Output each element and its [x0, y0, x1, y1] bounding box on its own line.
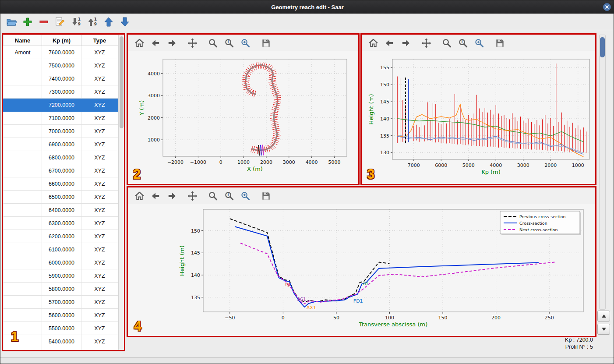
cell[interactable]: XYZ	[81, 151, 118, 164]
cell[interactable]: 5300.0000	[42, 348, 81, 352]
cell[interactable]: XYZ	[81, 296, 118, 309]
table-row[interactable]: 6600.0000XYZ	[4, 177, 118, 191]
table-row[interactable]: 5800.0000XYZ	[4, 283, 118, 296]
table-row[interactable]: 7400.0000XYZ	[4, 72, 118, 85]
cell[interactable]	[4, 322, 42, 335]
cell[interactable]: 7200.0000	[42, 99, 81, 112]
cell[interactable]	[4, 309, 42, 322]
pan-button[interactable]	[420, 37, 432, 49]
delete-profile-button[interactable]	[37, 15, 50, 28]
cell[interactable]	[4, 125, 42, 138]
previous-profile-button[interactable]	[597, 311, 610, 322]
cell[interactable]: 6700.0000	[42, 164, 81, 177]
cell[interactable]: XYZ	[81, 230, 118, 243]
cell[interactable]: XYZ	[81, 243, 118, 256]
cell[interactable]	[4, 335, 42, 348]
cell[interactable]	[4, 243, 42, 256]
add-profile-button[interactable]	[21, 15, 34, 28]
cell[interactable]: 6500.0000	[42, 191, 81, 204]
zoom-plus-button[interactable]	[239, 190, 251, 202]
zoom-button[interactable]	[207, 37, 219, 49]
cell[interactable]: XYZ	[81, 177, 118, 191]
cell[interactable]	[4, 151, 42, 164]
longitudinal-profile-canvas[interactable]: 7000600050004000300020001000130135140145…	[362, 51, 595, 185]
table-row[interactable]: Amont7600.0000XYZ	[4, 46, 118, 59]
cell[interactable]: 5600.0000	[42, 309, 81, 322]
move-up-button[interactable]	[102, 15, 115, 28]
cell[interactable]: XYZ	[81, 125, 118, 138]
cell[interactable]: 5800.0000	[42, 283, 81, 296]
back-button[interactable]	[383, 37, 395, 49]
table-row[interactable]: 7100.0000XYZ	[4, 112, 118, 125]
table-scrollbar[interactable]	[118, 35, 124, 350]
zoom-button[interactable]	[207, 190, 219, 202]
table-row[interactable]: 5500.0000XYZ	[4, 322, 118, 335]
table-row[interactable]: 6400.0000XYZ	[4, 204, 118, 217]
table-row[interactable]: 5400.0000XYZ	[4, 335, 118, 348]
cell[interactable]: XYZ	[81, 138, 118, 151]
table-row[interactable]: 6000.0000XYZ	[4, 256, 118, 269]
cell[interactable]	[4, 138, 42, 151]
cell[interactable]: 7100.0000	[42, 112, 81, 125]
table-row[interactable]: 7200.0000XYZ	[4, 99, 118, 112]
table-row[interactable]: 5700.0000XYZ	[4, 296, 118, 309]
cell[interactable]: XYZ	[81, 335, 118, 348]
cell[interactable]	[4, 85, 42, 99]
cell[interactable]: 6400.0000	[42, 204, 81, 217]
pan-button[interactable]	[186, 190, 198, 202]
cell[interactable]	[4, 191, 42, 204]
cell[interactable]: XYZ	[81, 72, 118, 85]
zoom-info-button[interactable]: i	[223, 37, 235, 49]
zoom-info-button[interactable]: i	[457, 37, 469, 49]
pan-button[interactable]	[186, 37, 198, 49]
table-row[interactable]: 7500.0000XYZ	[4, 59, 118, 72]
table-row[interactable]: 5300.0000XYZ	[4, 348, 118, 352]
cell[interactable]	[4, 217, 42, 230]
cell[interactable]: 5900.0000	[42, 269, 81, 283]
cell[interactable]: XYZ	[81, 46, 118, 59]
table-row[interactable]: 5900.0000XYZ	[4, 269, 118, 283]
cell[interactable]	[4, 59, 42, 72]
cell[interactable]	[4, 204, 42, 217]
cell[interactable]	[4, 256, 42, 269]
back-button[interactable]	[149, 190, 162, 202]
home-button[interactable]	[133, 37, 145, 49]
plan-view-canvas[interactable]: −2000−1000010002000300040005000100020003…	[128, 51, 358, 185]
table-scrollbar-thumb[interactable]	[120, 36, 124, 128]
zoom-plus-button[interactable]	[239, 37, 251, 49]
cell[interactable]: 6000.0000	[42, 256, 81, 269]
zoom-plus-button[interactable]	[473, 37, 485, 49]
cell[interactable]: 6100.0000	[42, 243, 81, 256]
cell[interactable]: XYZ	[81, 204, 118, 217]
cell[interactable]: XYZ	[81, 309, 118, 322]
save-button[interactable]	[494, 37, 506, 49]
window-scrollbar-thumb[interactable]	[600, 37, 605, 57]
cell[interactable]: XYZ	[81, 191, 118, 204]
save-button[interactable]	[260, 37, 272, 49]
cell[interactable]: 6600.0000	[42, 177, 81, 191]
cell[interactable]: Amont	[4, 46, 42, 59]
cell[interactable]: 7400.0000	[42, 72, 81, 85]
next-profile-button[interactable]	[597, 324, 610, 335]
move-down-button[interactable]	[118, 15, 131, 28]
zoom-info-button[interactable]: i	[223, 190, 235, 202]
zoom-button[interactable]	[441, 37, 453, 49]
cell[interactable]: 7300.0000	[42, 85, 81, 99]
table-row[interactable]: 7300.0000XYZ	[4, 85, 118, 99]
cell[interactable]: XYZ	[81, 256, 118, 269]
forward-button[interactable]	[399, 37, 412, 49]
cell[interactable]: XYZ	[81, 283, 118, 296]
home-button[interactable]	[367, 37, 379, 49]
cell[interactable]: 5400.0000	[42, 335, 81, 348]
cell[interactable]	[4, 99, 42, 112]
cell[interactable]: 7000.0000	[42, 125, 81, 138]
window-scrollbar[interactable]	[599, 35, 606, 310]
cell[interactable]: 7600.0000	[42, 46, 81, 59]
forward-button[interactable]	[166, 190, 178, 202]
table-row[interactable]: 6300.0000XYZ	[4, 217, 118, 230]
cell[interactable]	[4, 72, 42, 85]
cell[interactable]: 6900.0000	[42, 138, 81, 151]
cell[interactable]	[4, 164, 42, 177]
table-row[interactable]: 6800.0000XYZ	[4, 151, 118, 164]
cell[interactable]	[4, 230, 42, 243]
